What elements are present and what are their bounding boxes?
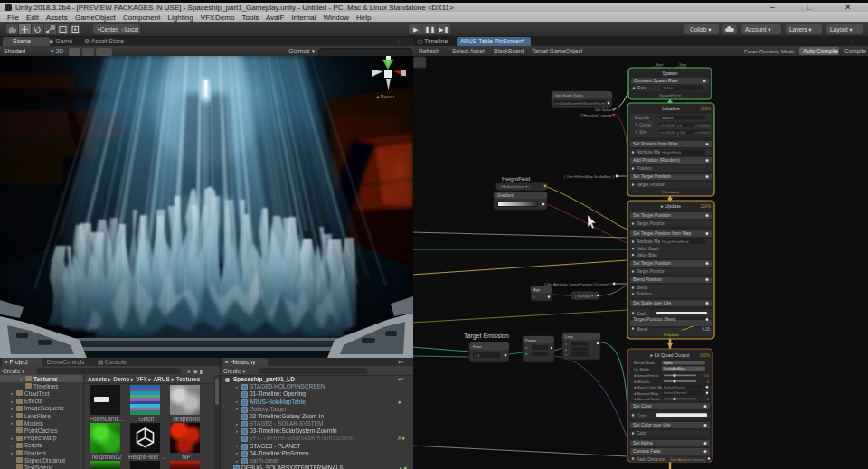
svg-text:Blend: Blend — [637, 327, 648, 332]
svg-text:● Normal Map: ● Normal Map — [634, 391, 659, 396]
svg-text:Blend: Blend — [637, 286, 648, 290]
svg-text:Value Bias: Value Bias — [637, 253, 657, 258]
svg-text:x: x — [565, 342, 567, 346]
svg-text:Set Target Position from Map: Set Target Position from Map — [633, 230, 692, 236]
svg-text:0.5: 0.5 — [703, 373, 709, 378]
svg-text:Default-Normal: Default-Normal — [664, 391, 687, 395]
svg-text:● Smoothness: ● Smoothness — [634, 373, 659, 378]
svg-text:( Multiply ▾ ): ( Multiply ▾ ) — [575, 294, 596, 298]
svg-text:Alpha: Alpha — [664, 361, 674, 365]
svg-text:0.25: 0.25 — [702, 327, 710, 332]
svg-text:● Base Color Map: ● Base Color Map — [634, 385, 665, 389]
svg-text:Target Position: Target Position — [637, 183, 665, 187]
svg-text:Constant Spawn Rate: Constant Spawn Rate — [634, 78, 678, 83]
svg-text:( Get HiResMap ScaleBias ): ( Get HiResMap ScaleBias ) — [564, 174, 614, 179]
svg-text:Set Target Position: Set Target Position — [633, 260, 671, 266]
svg-text:Float: Float — [473, 344, 483, 349]
svg-text:Uv Mode: Uv Mode — [634, 367, 650, 371]
svg-text:Get Node Value: Get Node Value — [555, 93, 583, 98]
svg-text:Attribute Map: Attribute Map — [637, 150, 663, 155]
svg-text:Camera Fade: Camera Fade — [633, 448, 661, 454]
svg-text:Value Scale: Value Scale — [637, 247, 660, 251]
svg-text:100%: 100% — [700, 204, 711, 209]
svg-text:x 0.00000: x 0.00000 — [659, 131, 675, 135]
svg-text:(TResolve)_speed: (TResolve)_speed — [580, 113, 612, 117]
svg-text:DefaultParticle: DefaultParticle — [664, 386, 686, 389]
svg-text:( MediumDetail ▾ ): ( MediumDetail ▾ ) — [499, 184, 531, 189]
svg-text:Fade Distance: Fade Distance — [637, 457, 665, 462]
svg-text:( Get Attribute: targetPositio: ( Get Attribute: targetPosition (Current… — [544, 282, 612, 286]
svg-text:AABox: AABox — [662, 116, 675, 120]
svg-text:Target Position: Target Position — [637, 269, 665, 274]
svg-text:Target Position: Target Position — [637, 221, 665, 226]
svg-text:Get Value: Get Value — [595, 108, 612, 112]
svg-text:◂ Persp: ◂ Persp — [376, 94, 395, 99]
svg-text:Blend Position: Blend Position — [633, 277, 662, 282]
svg-text:Color: Color — [637, 431, 647, 436]
svg-text:✎ Size: ✎ Size — [635, 130, 647, 135]
svg-text:Target Position Blend: Target Position Blend — [633, 316, 675, 322]
svg-text:✎ Center: ✎ Center — [635, 123, 652, 127]
svg-text:y: y — [565, 347, 567, 352]
svg-text:Position: Position — [637, 166, 652, 171]
svg-text:Set Color over Life: Set Color over Life — [633, 422, 671, 427]
svg-text:Set Alpha: Set Alpha — [633, 440, 653, 446]
svg-text:Set Scale over Life: Set Scale over Life — [633, 300, 671, 305]
svg-text:Age: Age — [533, 287, 541, 292]
svg-text:▸ Update: ▸ Update — [661, 203, 681, 209]
svg-text:Rate: Rate — [637, 86, 646, 90]
svg-text:z 0.00000: z 0.00000 — [695, 124, 711, 127]
svg-text:Power: Power — [525, 338, 537, 342]
svg-text:HeightField: HeightField — [502, 175, 531, 182]
svg-text:x 0.00000: x 0.00000 — [659, 124, 675, 127]
svg-text:Gradient: Gradient — [497, 193, 514, 198]
svg-text:SpawnEvent: SpawnEvent — [659, 93, 682, 98]
svg-text:● Normal Scale: ● Normal Scale — [634, 397, 661, 401]
svg-text:▸ (SolarSystemPinScreenPos ▾): ▸ (SolarSystemPinScreenPos ▾) — [556, 102, 606, 106]
svg-text:y 500: y 500 — [677, 131, 685, 135]
svg-text:HeightFieldMed: HeightFieldMed — [662, 239, 689, 244]
svg-text:Stop: Stop — [679, 62, 687, 67]
svg-text:Attribute Map: Attribute Map — [637, 239, 663, 244]
svg-text:Color: Color — [637, 414, 647, 418]
svg-text:Bounds: Bounds — [635, 116, 650, 120]
svg-text:Spawn: Spawn — [663, 70, 678, 76]
svg-text:100%: 100% — [700, 107, 711, 111]
svg-text:Lerp: Lerp — [565, 334, 573, 339]
svg-text:Target Emission: Target Emission — [464, 333, 509, 340]
svg-text:s: s — [565, 352, 567, 357]
svg-text:2.3: 2.3 — [475, 353, 480, 358]
svg-text:Set Position from Map: Set Position from Map — [633, 141, 677, 146]
svg-text:z 0.00000: z 0.00000 — [695, 131, 711, 135]
svg-text:▾ Initialize: ▾ Initialize — [663, 190, 680, 194]
svg-text:▾ Update: ▾ Update — [663, 333, 679, 337]
svg-text:Scale: Scale — [637, 312, 647, 316]
svg-text:Size Absolute Distance: Size Absolute Distance — [670, 458, 705, 462]
svg-text:y 0: y 0 — [677, 124, 682, 127]
svg-text:ScaleAndBias: ScaleAndBias — [664, 367, 685, 371]
svg-text:Set Target Position: Set Target Position — [633, 174, 671, 179]
svg-text:▸ Lit Quad Output: ▸ Lit Quad Output — [650, 352, 690, 358]
svg-text:Set Target Position: Set Target Position — [633, 212, 671, 218]
svg-text:HeightField: HeightField — [662, 150, 682, 155]
svg-text:Blend Mode: Blend Mode — [634, 361, 656, 365]
svg-text:Initialize: Initialize — [662, 106, 680, 111]
svg-text:Set Color: Set Color — [633, 403, 652, 408]
svg-text:100%: 100% — [699, 353, 710, 358]
svg-text:Add Position (Random): Add Position (Random) — [633, 157, 680, 163]
svg-text:Position: Position — [637, 292, 652, 296]
svg-text:Start: Start — [656, 62, 664, 67]
svg-text:● Metallic: ● Metallic — [634, 380, 651, 384]
svg-text:10000: 10000 — [663, 86, 674, 90]
